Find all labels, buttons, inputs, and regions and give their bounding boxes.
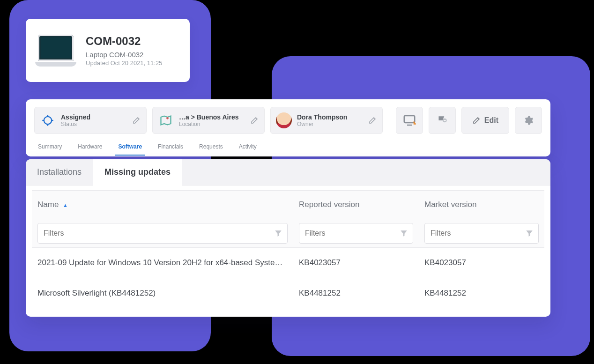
location-value: …a > Buenos Aires [179,113,245,121]
funnel-icon [525,229,534,238]
svg-point-0 [44,117,52,124]
location-label: Location [179,121,245,127]
cell-market: KB4023057 [419,248,544,278]
cell-reported: KB4023057 [293,248,419,278]
col-market-version[interactable]: Market version [419,191,544,219]
funnel-icon [274,229,282,238]
asset-updated-line: Updated Oct 20 2021, 11:25 [86,59,162,67]
subtab-installations[interactable]: Installations [26,159,93,185]
map-icon [157,112,174,129]
tab-summary[interactable]: Summary [37,141,63,153]
funnel-icon [400,229,408,238]
edit-owner-button[interactable] [367,115,378,126]
table-row[interactable]: 2021-09 Update for Windows 10 Version 20… [32,248,544,278]
col-reported-version[interactable]: Reported version [293,191,419,219]
status-pill[interactable]: Assigned Status [34,107,147,134]
location-pill[interactable]: …a > Buenos Aires Location [152,107,265,134]
cell-reported: KB4481252 [293,278,419,317]
subtab-missing-updates[interactable]: Missing updates [93,159,182,186]
owner-pill[interactable]: Dora Thompson Owner [270,107,383,134]
edit-button-label: Edit [484,116,498,125]
svg-rect-6 [404,116,415,123]
svg-rect-9 [444,120,446,121]
software-subtabs: Installations Missing updates [26,159,550,186]
tab-requests[interactable]: Requests [198,141,224,153]
status-value: Assigned [61,113,126,121]
avatar-icon [275,112,292,129]
asset-header-card: COM-0032 Laptop COM-0032 Updated Oct 20 … [26,19,190,82]
asset-info-panel: Assigned Status …a > Buenos Aires Locati… [26,99,550,156]
asset-type-line: Laptop COM-0032 [86,51,162,59]
cell-name: Microsoft Silverlight (KB4481252) [32,278,293,317]
svg-point-5 [166,117,169,119]
table-row[interactable]: Microsoft Silverlight (KB4481252) KB4481… [32,278,544,317]
settings-button[interactable] [515,107,542,134]
monitor-button[interactable] [396,107,423,134]
col-name[interactable]: Name ▲ [32,191,293,219]
edit-button[interactable]: Edit [461,107,509,134]
tab-hardware[interactable]: Hardware [77,141,103,153]
tab-financials[interactable]: Financials [157,141,184,153]
missing-updates-table: Name ▲ Reported version Market version [32,190,544,317]
edit-location-button[interactable] [249,115,260,126]
crosshair-icon [39,112,56,129]
laptop-icon [35,35,76,67]
cell-name: 2021-09 Update for Windows 10 Version 20… [32,248,293,278]
filter-name[interactable] [37,223,288,244]
flag-button[interactable] [429,107,456,134]
filter-row [32,219,544,248]
edit-status-button[interactable] [131,115,141,126]
software-table-panel: Installations Missing updates Name ▲ Rep… [26,159,550,317]
asset-info-row: Assigned Status …a > Buenos Aires Locati… [34,107,542,134]
asset-code: COM-0032 [86,35,162,48]
owner-label: Owner [297,121,363,127]
sort-asc-icon: ▲ [63,202,68,208]
asset-main-tabs: Summary Hardware Software Financials Req… [34,134,542,156]
filter-market[interactable] [424,223,539,244]
tab-activity[interactable]: Activity [238,141,258,153]
owner-value: Dora Thompson [297,113,363,121]
filter-market-input[interactable] [430,229,525,238]
filter-reported[interactable] [299,223,413,244]
tab-software[interactable]: Software [117,141,143,153]
filter-reported-input[interactable] [304,229,400,238]
filter-name-input[interactable] [43,229,274,238]
cell-market: KB4481252 [419,278,544,317]
status-label: Status [61,121,126,127]
